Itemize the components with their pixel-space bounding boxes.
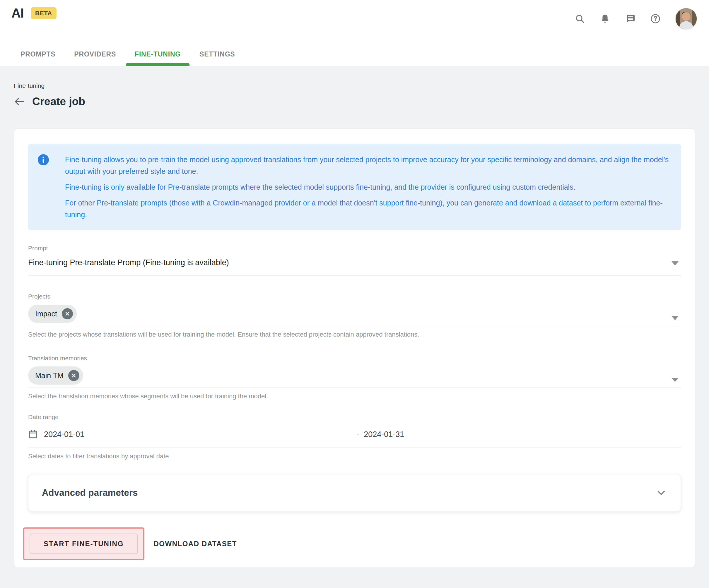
prompt-select[interactable]: Fine-tuning Pre-translate Promp (Fine-tu… [28,258,681,267]
translation-memories-label: Translation memories [28,355,681,362]
chevron-down-icon [656,487,666,498]
chip-label: Main TM [35,371,63,380]
date-separator: - [357,430,359,439]
breadcrumb: Fine-tuning [14,82,709,89]
info-paragraph: For other Pre-translate prompts (those w… [65,197,669,220]
beta-badge: BETA [31,7,56,19]
field-underline [28,448,681,448]
tab-settings[interactable]: SETTINGS [191,50,244,66]
info-icon [38,154,49,165]
date-range-label: Date range [28,414,681,421]
app-logo: AI [11,6,24,21]
help-icon[interactable] [650,13,661,24]
tab-prompts[interactable]: PROMPTS [12,50,64,66]
project-chip: Impact [28,305,77,323]
back-arrow-icon[interactable] [13,95,26,108]
info-texts: Fine-tuning allows you to pre-train the … [65,153,669,220]
date-range-field: Date range 2024-01-01 - 2024-01-31 Selec… [28,414,681,460]
date-range-row: 2024-01-01 - 2024-01-31 [28,428,681,441]
remove-chip-icon[interactable] [68,370,79,381]
calendar-icon[interactable] [28,429,38,440]
start-fine-tuning-button[interactable]: START FINE-TUNING [30,534,138,554]
translation-memories-field: Translation memories Main TM Select the … [28,355,681,400]
tm-chip: Main TM [28,366,83,385]
chat-icon[interactable] [625,13,636,24]
remove-chip-icon[interactable] [62,308,73,319]
actions-row: START FINE-TUNING DOWNLOAD DATASET [28,527,681,560]
end-date-input[interactable]: 2024-01-31 [364,430,404,439]
header-icons [574,8,697,30]
create-job-card: Fine-tuning allows you to pre-train the … [14,129,695,568]
date-start-group: 2024-01-01 [28,429,357,440]
tab-fine-tuning[interactable]: FINE-TUNING [126,50,189,66]
highlight-annotation: START FINE-TUNING [23,527,145,560]
tab-label: PROVIDERS [74,50,116,58]
chevron-down-icon[interactable] [672,316,679,320]
logo-row: AI BETA [11,6,56,21]
field-underline [28,388,681,388]
projects-field: Projects Impact Select the projects whos… [28,293,681,338]
page-title: Create job [32,95,85,108]
info-paragraph: Fine-tuning is only available for Pre-tr… [65,181,669,193]
title-row: Create job [13,95,709,108]
start-date-input[interactable]: 2024-01-01 [44,430,84,439]
projects-helper-text: Select the projects whose translations w… [28,331,681,338]
chevron-down-icon[interactable] [672,378,679,382]
tab-label: PROMPTS [21,50,55,58]
info-paragraph: Fine-tuning allows you to pre-train the … [65,153,669,177]
prompt-label: Prompt [28,245,681,252]
advanced-parameters-title: Advanced parameters [42,487,138,498]
date-range-helper-text: Select dates to filter translations by a… [28,452,681,460]
tab-label: SETTINGS [200,50,235,58]
tab-providers[interactable]: PROVIDERS [65,50,125,66]
tab-label: FINE-TUNING [135,50,181,58]
tm-chip-row[interactable]: Main TM [28,366,681,385]
advanced-parameters-accordion[interactable]: Advanced parameters [28,474,681,512]
info-box: Fine-tuning allows you to pre-train the … [28,144,681,230]
tm-helper-text: Select the translation memories whose se… [28,392,681,400]
search-icon[interactable] [574,13,585,24]
field-underline [28,326,681,326]
main-tabs: PROMPTS PROVIDERS FINE-TUNING SETTINGS [12,50,244,66]
app-header: AI BETA [0,0,709,66]
projects-chip-row[interactable]: Impact [28,305,681,323]
chip-label: Impact [35,310,57,318]
download-dataset-button[interactable]: DOWNLOAD DATASET [154,540,237,548]
chevron-down-icon[interactable] [672,261,679,265]
user-avatar[interactable] [675,8,697,30]
field-underline [28,275,681,276]
active-tab-indicator [126,63,189,66]
notifications-bell-icon[interactable] [600,13,611,24]
projects-label: Projects [28,293,681,300]
prompt-field: Prompt Fine-tuning Pre-translate Promp (… [28,245,681,276]
